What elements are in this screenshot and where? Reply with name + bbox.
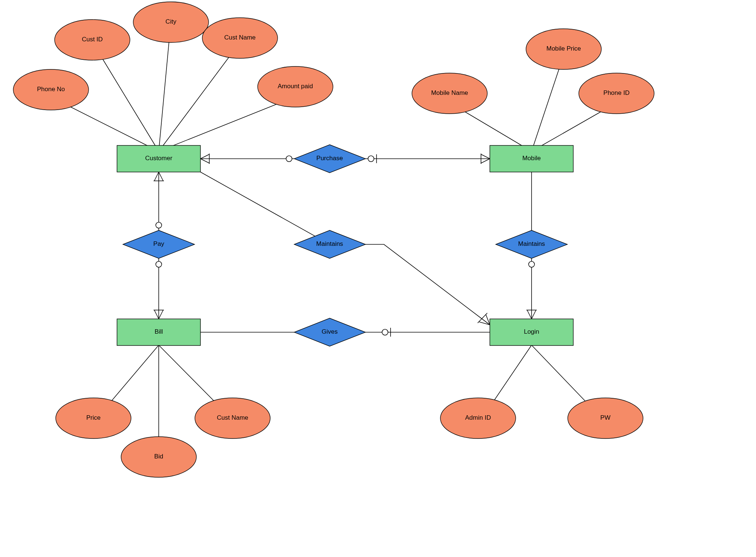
attribute-price-label: Price [86, 414, 101, 421]
optional-marker-pay-bottom [156, 261, 162, 267]
relationship-gives-label: Gives [322, 328, 337, 335]
attribute-mobile-price: Mobile Price [526, 29, 601, 69]
attribute-cust-name-bill-label: Cust Name [217, 414, 248, 421]
attribute-phone-no: Phone No [13, 69, 89, 110]
svg-line-14 [527, 310, 532, 319]
svg-line-1 [200, 159, 209, 163]
svg-line-6 [481, 159, 490, 163]
relationship-purchase: Purchase [294, 145, 365, 173]
er-diagram: Customer Mobile Bill Login Purchase Pay … [0, 0, 756, 557]
svg-line-12 [159, 310, 163, 319]
attribute-city-label: City [165, 18, 176, 25]
attribute-phone-no-label: Phone No [37, 86, 65, 93]
svg-line-8 [154, 172, 159, 181]
attribute-bid: Bid [121, 437, 196, 477]
edge-mobile-mobileprice [532, 63, 561, 151]
attribute-pw-label: PW [600, 414, 610, 421]
attribute-bid-label: Bid [154, 453, 164, 460]
entity-mobile: Mobile [490, 145, 573, 172]
relationship-pay-label: Pay [153, 240, 164, 247]
relationship-gives: Gives [294, 318, 365, 346]
relationship-maintains-mobile-label: Maintains [518, 240, 545, 247]
relationship-maintains-customer-label: Maintains [316, 240, 343, 247]
entity-customer-label: Customer [145, 155, 172, 162]
attribute-mobile-name-label: Mobile Name [431, 89, 468, 96]
entity-bill: Bill [117, 319, 200, 345]
relationship-maintains-mobile: Maintains [496, 230, 567, 258]
entity-login-label: Login [524, 328, 539, 335]
relationship-purchase-label: Purchase [316, 155, 343, 162]
entity-bill-label: Bill [155, 328, 163, 335]
attribute-phone-id-label: Phone ID [604, 89, 630, 96]
crowfoot-login-maint-cust [478, 313, 490, 325]
attribute-city: City [133, 2, 209, 42]
edge-mobile-mobilename [457, 107, 532, 151]
attribute-pw: PW [568, 398, 643, 439]
svg-line-11 [154, 310, 159, 319]
optional-marker-maint-mobile-bottom [529, 261, 535, 267]
attribute-cust-name-customer: Cust Name [202, 18, 278, 58]
attribute-cust-name-customer-label: Cust Name [224, 34, 255, 41]
edge-customer-city [159, 33, 170, 151]
attribute-admin-id: Admin ID [440, 398, 516, 439]
relationship-pay: Pay [123, 230, 195, 258]
attribute-amount-paid-label: Amount paid [278, 83, 313, 90]
attribute-admin-id-label: Admin ID [465, 414, 491, 421]
svg-line-5 [481, 154, 490, 159]
svg-point-3 [368, 156, 374, 162]
attribute-phone-id: Phone ID [579, 73, 654, 114]
entity-login: Login [490, 319, 573, 345]
attribute-amount-paid: Amount paid [258, 66, 333, 107]
attribute-mobile-name: Mobile Name [412, 73, 487, 114]
edge-mobile-phoneid [532, 107, 609, 151]
optional-marker-purchase-left [286, 156, 292, 162]
svg-line-0 [200, 154, 209, 159]
entity-mobile-label: Mobile [522, 155, 541, 162]
relationship-maintains-customer: Maintains [294, 230, 365, 258]
optional-marker-pay-top [156, 222, 162, 228]
attribute-mobile-price-label: Mobile Price [546, 45, 581, 52]
attribute-cust-name-bill: Cust Name [195, 398, 270, 439]
attribute-price: Price [56, 398, 131, 439]
attribute-cust-id-label: Cust ID [82, 36, 103, 43]
svg-line-15 [532, 310, 536, 319]
attribute-cust-id: Cust ID [55, 20, 130, 60]
entity-customer: Customer [117, 145, 200, 172]
svg-point-20 [382, 329, 388, 335]
svg-line-9 [159, 172, 163, 181]
